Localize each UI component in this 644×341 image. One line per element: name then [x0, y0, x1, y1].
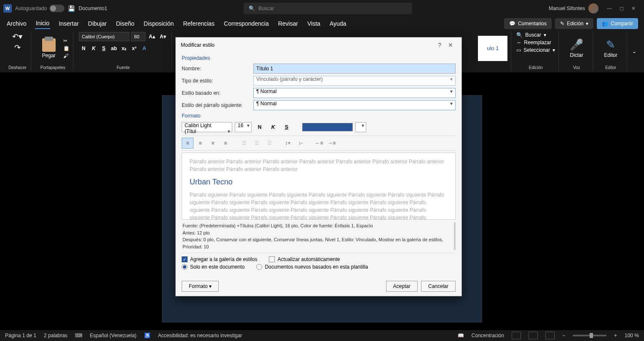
italic-button[interactable]: K [89, 44, 98, 53]
basado-select[interactable]: ¶ Normal [253, 88, 456, 98]
strike-button[interactable]: ab [109, 44, 118, 53]
status-palabras[interactable]: 2 palabras [44, 333, 67, 338]
nombre-label: Nombre: [182, 66, 249, 72]
view-web-icon[interactable] [545, 332, 555, 339]
menu-dibujar[interactable]: Dibujar [87, 19, 107, 29]
minimize-icon[interactable]: — [607, 5, 612, 11]
align-left-icon[interactable]: ≡ [182, 138, 193, 149]
radio-plantilla[interactable] [256, 264, 262, 270]
superscript-button[interactable]: x² [129, 44, 139, 53]
zoom-in-icon[interactable]: + [614, 333, 617, 338]
status-zoom[interactable]: 100 % [625, 333, 639, 338]
basado-label: Estilo basado en: [182, 90, 249, 96]
search-placeholder: Buscar [258, 5, 274, 11]
status-idioma[interactable]: Español (Venezuela) [90, 333, 137, 338]
menu-archivo[interactable]: Archivo [6, 19, 27, 29]
menu-diseno[interactable]: Diseño [115, 19, 135, 29]
menu-correspondencia[interactable]: Correspondencia [223, 19, 270, 29]
dlg-italic-button[interactable]: K [268, 122, 279, 132]
style-titulo1[interactable]: ulo 1 [478, 36, 507, 61]
dlg-fontsize-select[interactable]: 16 [235, 122, 252, 132]
nombre-input[interactable] [253, 64, 456, 74]
siguiente-select[interactable]: ¶ Normal [253, 100, 456, 110]
dlg-bold-button[interactable]: N [254, 122, 265, 132]
menu-ayuda[interactable]: Ayuda [329, 19, 347, 29]
subscript-button[interactable]: x₂ [119, 44, 129, 53]
edicion-button[interactable]: ✎Edición▾ [555, 18, 593, 29]
view-print-icon[interactable] [529, 332, 538, 339]
close-icon[interactable]: ✕ [631, 5, 636, 11]
siguiente-label: Estilo del párrafo siguiente: [182, 102, 249, 108]
dialog-close-icon[interactable]: ✕ [445, 42, 456, 48]
font-name-input[interactable] [79, 32, 129, 41]
status-accesibilidad[interactable]: Accesibilidad: es necesario investigar [158, 333, 242, 338]
titlebar: W Autoguardado 💾 Documento1 🔍 Buscar Man… [0, 0, 644, 17]
compartir-button[interactable]: 👥Compartir [597, 18, 638, 29]
dlg-underline-button[interactable]: S [281, 122, 292, 132]
editor-button[interactable]: ✎Editor [598, 37, 623, 60]
font-size-input[interactable] [131, 32, 145, 41]
spacing-2-icon[interactable]: ☰ [263, 138, 275, 149]
dictar-button[interactable]: 🎤Dictar [564, 37, 589, 60]
ribbon-collapse-icon[interactable]: ⌄ [632, 48, 636, 54]
group-deshacer: Deshacer [8, 64, 27, 71]
dlg-font-select[interactable]: Calibri Light (Títul [182, 122, 232, 132]
view-read-icon[interactable] [512, 332, 521, 339]
menu-vista[interactable]: Vista [306, 19, 321, 29]
spacing-15-icon[interactable]: ☰ [251, 138, 263, 149]
text-effects-icon[interactable]: A [140, 44, 149, 53]
indent-inc-icon[interactable]: →≡ [326, 138, 338, 149]
buscar-button[interactable]: 🔍Buscar▾ [516, 32, 546, 38]
spacing-1-icon[interactable]: ☰ [238, 138, 250, 149]
font-color-dropdown[interactable] [355, 122, 366, 132]
space-before-inc-icon[interactable]: ↕+ [282, 138, 294, 149]
zoom-out-icon[interactable]: − [562, 333, 565, 338]
font-color-swatch[interactable] [302, 123, 353, 131]
menu-insertar[interactable]: Insertar [58, 19, 79, 29]
reemplazar-button[interactable]: ↔Reemplazar [516, 40, 551, 45]
underline-button[interactable]: S [99, 44, 108, 53]
maximize-icon[interactable]: ◻ [620, 5, 624, 11]
user-account[interactable]: Manuel Sifontes [549, 3, 598, 13]
space-before-dec-icon[interactable]: ↕- [295, 138, 306, 149]
chk-galeria-label: Agregar a la galería de estilos [190, 256, 257, 262]
comentarios-button[interactable]: 💬Comentarios [504, 18, 552, 29]
chk-auto[interactable] [269, 256, 275, 262]
align-justify-icon[interactable]: ≡ [220, 138, 231, 149]
increase-font-icon[interactable]: A▴ [147, 32, 156, 41]
radio-solo-doc-label: Solo en este documento [190, 264, 244, 270]
bold-button[interactable]: N [79, 44, 88, 53]
format-painter-icon[interactable]: 🖌 [63, 53, 70, 59]
menu-revisar[interactable]: Revisar [277, 19, 299, 29]
cut-icon[interactable]: ✂ [63, 38, 70, 44]
copy-icon[interactable]: 📋 [63, 45, 70, 51]
toggle-icon[interactable] [49, 5, 64, 12]
decrease-font-icon[interactable]: A▾ [158, 32, 167, 41]
aceptar-button[interactable]: Aceptar [386, 281, 418, 292]
chevron-down-icon: ▾ [553, 47, 555, 53]
status-pagina[interactable]: Página 1 de 1 [5, 333, 36, 338]
search-icon: 🔍 [249, 5, 255, 11]
menu-inicio[interactable]: Inicio [35, 18, 51, 29]
status-concentracion[interactable]: Concentración [472, 333, 504, 338]
undo-icon[interactable]: ↶▾ [12, 32, 22, 41]
help-icon[interactable]: ? [435, 42, 445, 48]
align-center-icon[interactable]: ≡ [194, 138, 206, 149]
autosave-toggle[interactable]: Autoguardado [15, 5, 64, 12]
formato-dropdown-button[interactable]: Formato ▾ [182, 281, 219, 292]
zoom-slider[interactable] [573, 335, 606, 336]
pegar-button[interactable]: Pegar [36, 37, 62, 60]
text-predictions-icon[interactable]: ⌨ [75, 333, 82, 338]
avatar-icon [588, 3, 598, 13]
indent-dec-icon[interactable]: ←≡ [313, 138, 325, 149]
save-icon[interactable]: 💾 [68, 5, 75, 12]
align-right-icon[interactable]: ≡ [207, 138, 219, 149]
menu-referencias[interactable]: Referencias [182, 19, 215, 29]
menu-disposicion[interactable]: Disposición [143, 19, 175, 29]
radio-solo-doc[interactable] [182, 264, 188, 270]
cancelar-button[interactable]: Cancelar [421, 281, 456, 292]
redo-icon[interactable]: ↷ [14, 43, 21, 52]
search-input[interactable]: 🔍 Buscar [244, 3, 412, 14]
seleccionar-button[interactable]: ▭Seleccionar▾ [516, 47, 555, 53]
chk-galeria[interactable]: ✓ [182, 256, 188, 262]
